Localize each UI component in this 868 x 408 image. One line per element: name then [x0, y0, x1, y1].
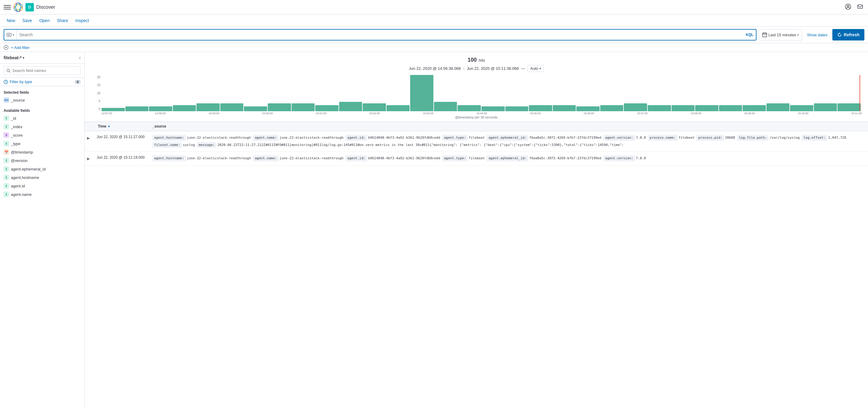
interval-selector[interactable]: Auto ▾ [527, 65, 544, 72]
calendar-icon [762, 32, 767, 37]
histogram-bar[interactable] [814, 103, 837, 111]
field-search-input[interactable] [12, 68, 78, 73]
histogram-bar[interactable] [101, 108, 125, 111]
search-prefix[interactable]: ▾ [4, 30, 17, 40]
field-name: _index [11, 125, 22, 129]
sidebar-collapse-button[interactable]: ‹ [79, 55, 81, 60]
index-pattern-selector[interactable]: filebeat-* ▾ [4, 55, 24, 60]
current-time-line [860, 75, 860, 111]
time-picker[interactable]: Last 15 minutes ▾ [759, 29, 802, 40]
refresh-label: Refresh [844, 32, 860, 37]
kql-badge[interactable]: KQL [743, 32, 756, 37]
new-button[interactable]: New [4, 16, 18, 25]
histogram-bar[interactable] [410, 75, 433, 111]
available-field-item[interactable]: tagent.hostname [0, 173, 84, 182]
source-field-value: syslog [183, 143, 197, 147]
histogram-bar[interactable] [339, 102, 362, 111]
available-field-item[interactable]: #_score [0, 131, 84, 139]
histogram-bar[interactable] [624, 103, 647, 111]
histogram-bar[interactable] [173, 105, 196, 111]
source-field-value: 1,847,728 [828, 136, 846, 139]
account-icon[interactable] [844, 2, 852, 12]
histogram-bar[interactable] [482, 106, 505, 111]
histogram-bar[interactable] [600, 105, 623, 111]
filter-by-type-button[interactable]: Filter by type [4, 80, 32, 84]
source-cell: agent.hostname:june-22-elasticstack-read… [149, 152, 868, 166]
open-button[interactable]: Open [36, 16, 53, 25]
save-button[interactable]: Save [19, 16, 35, 25]
add-filter-button[interactable]: + Add filter [11, 45, 30, 50]
available-field-item[interactable]: t_type [0, 139, 84, 148]
histogram-bar[interactable] [837, 103, 861, 111]
histogram-bar[interactable] [292, 103, 315, 111]
histogram-bar[interactable] [695, 105, 718, 111]
histogram-bar[interactable] [790, 105, 813, 111]
share-button[interactable]: Share [54, 16, 71, 25]
available-field-item[interactable]: t_id [0, 114, 84, 122]
hamburger-menu[interactable] [4, 4, 11, 11]
histogram-bar[interactable] [458, 105, 481, 111]
histogram-bar[interactable] [719, 105, 742, 111]
histogram-bar[interactable] [315, 105, 339, 111]
filter-type-row: Filter by type 0 [0, 78, 84, 86]
search-input[interactable] [17, 32, 743, 37]
svg-rect-6 [858, 5, 863, 8]
available-field-item[interactable]: t@version [0, 156, 84, 165]
histogram-bar[interactable] [505, 106, 529, 111]
source-field-value: june-22-elasticstack-readthrough [280, 156, 346, 160]
row-expand-button[interactable]: ▶ [86, 155, 91, 162]
time-col-label: Time [98, 124, 106, 128]
available-field-item[interactable]: tagent.ephemeral_id [0, 165, 84, 173]
histogram-bar[interactable] [648, 105, 671, 111]
histogram-bar[interactable] [767, 103, 790, 111]
time-range-text: Last 15 minutes [768, 33, 796, 37]
available-field-item[interactable]: tagent.id [0, 182, 84, 190]
source-field-key: agent.version: [603, 135, 635, 141]
y-label-5: 5 [98, 99, 100, 103]
time-cell: Jun 22, 2020 @ 15:11:19.000 [94, 152, 149, 166]
row-expand-button[interactable]: ▶ [86, 135, 91, 142]
expand-col-header [85, 122, 94, 131]
histogram-bar[interactable] [529, 105, 552, 111]
source-field-value: june-22-elasticstack-readthrough [280, 136, 346, 139]
selected-field-item[interactable]: </>_source [0, 96, 84, 104]
source-field-key: agent.hostname: [152, 135, 186, 141]
field-name: _source [11, 98, 25, 102]
index-icon [7, 32, 11, 37]
svg-point-5 [847, 5, 849, 7]
histogram-bar[interactable] [268, 103, 291, 111]
time-picker-chevron: ▾ [797, 33, 799, 37]
field-name: _score [11, 133, 23, 137]
inspect-button[interactable]: Inspect [72, 16, 92, 25]
bars-container[interactable] [101, 75, 861, 111]
histogram-bar[interactable] [553, 105, 576, 111]
app-title: Discover [36, 4, 841, 10]
mail-icon[interactable] [856, 2, 864, 12]
filter-add-icon [4, 45, 8, 50]
top-nav-right [844, 2, 864, 12]
source-field-value: b9614848-4bf3-4a92-b361-9620fd68cedd [368, 156, 442, 160]
time-col-header[interactable]: Time ▼ [94, 122, 149, 131]
refresh-button[interactable]: Refresh [832, 29, 864, 40]
histogram-bar[interactable] [363, 103, 386, 111]
available-fields-title: Available fields [0, 107, 84, 114]
available-field-item[interactable]: 📅@timestamp [0, 148, 84, 156]
histogram-bar[interactable] [149, 106, 172, 111]
histogram-bar[interactable] [244, 106, 267, 111]
x-axis-label: 14:59:00 [209, 112, 219, 115]
index-pattern-name: filebeat-* [4, 55, 22, 60]
histogram-bar[interactable] [672, 105, 695, 111]
histogram-bar[interactable] [196, 103, 220, 111]
histogram-bar[interactable] [220, 103, 244, 111]
show-dates-button[interactable]: Show dates [805, 33, 830, 37]
histogram-bar[interactable] [576, 106, 600, 111]
source-field-key: process.pid: [696, 135, 724, 141]
results-area[interactable]: Time ▼ _source ▶Jun 22, 2020 @ 15:11:27.… [85, 122, 868, 408]
histogram-bar[interactable] [386, 105, 410, 111]
histogram-bar[interactable] [125, 106, 149, 111]
available-field-item[interactable]: tagent.name [0, 190, 84, 198]
available-field-item[interactable]: t_index [0, 122, 84, 131]
histogram-bar[interactable] [434, 102, 457, 111]
histogram-bar[interactable] [743, 105, 766, 111]
source-field-key: agent.ephemeral_id: [487, 135, 528, 141]
